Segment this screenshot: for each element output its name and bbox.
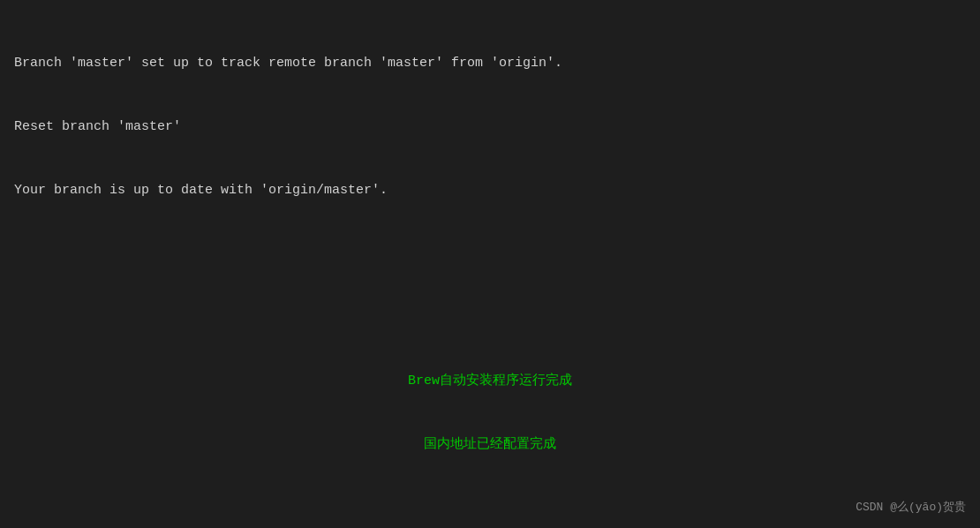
blank-line-2 bbox=[14, 307, 966, 328]
brew-complete-line-2: 国内地址已经配置完成 bbox=[14, 434, 966, 456]
blank-line-1 bbox=[14, 244, 966, 265]
watermark: CSDN @么(yāo)贺贵 bbox=[856, 499, 966, 517]
output-line-3: Your branch is up to date with 'origin/m… bbox=[14, 180, 966, 201]
terminal-output: Branch 'master' set up to track remote b… bbox=[14, 11, 966, 528]
blank-line-3 bbox=[14, 498, 966, 519]
output-line-1: Branch 'master' set up to track remote b… bbox=[14, 53, 966, 74]
output-line-2: Reset branch 'master' bbox=[14, 117, 966, 138]
brew-complete-line-1: Brew自动安装程序运行完成 bbox=[14, 371, 966, 392]
